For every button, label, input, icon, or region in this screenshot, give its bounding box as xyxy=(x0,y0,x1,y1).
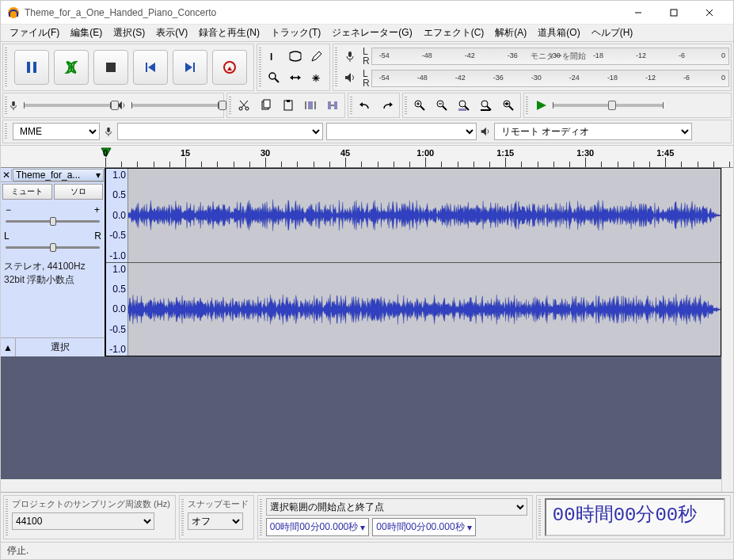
svg-marker-25 xyxy=(290,75,293,80)
trim-icon[interactable] xyxy=(300,95,321,116)
pan-slider[interactable] xyxy=(6,246,100,249)
play-at-speed-icon[interactable] xyxy=(531,95,551,116)
pan-r-label: R xyxy=(94,230,101,242)
tools-toolbar: I ✳ xyxy=(257,44,330,91)
rec-meter[interactable]: -54-48-42-36-30-18-12-60 モニターを開始 xyxy=(371,48,729,65)
speaker-meter-icon[interactable] xyxy=(340,67,360,88)
svg-rect-30 xyxy=(12,101,15,106)
svg-rect-14 xyxy=(193,63,195,72)
svg-marker-26 xyxy=(298,75,301,80)
selection-start-input[interactable]: 00時間00分00.000秒▾ xyxy=(266,518,369,536)
minimize-button[interactable] xyxy=(620,1,656,25)
selection-mode-select[interactable]: 選択範囲の開始点と終了点 xyxy=(266,498,527,516)
zoom-tool-icon[interactable] xyxy=(264,67,284,88)
project-rate-select[interactable]: 44100 xyxy=(12,512,154,530)
rec-volume-slider[interactable] xyxy=(24,104,111,107)
waveform-area[interactable]: 1.00.50.0-0.5-1.0 1.00.50.0-0.5-1.0 xyxy=(105,168,721,356)
zoom-fit-icon[interactable] xyxy=(476,95,496,116)
menu-tools[interactable]: 道具箱(O) xyxy=(532,24,585,42)
track-menu-button[interactable]: Theme_for_a...▾ xyxy=(13,169,104,181)
svg-rect-40 xyxy=(308,101,313,109)
multi-tool-icon[interactable]: ✳ xyxy=(306,67,327,88)
svg-marker-13 xyxy=(148,63,155,72)
skip-start-button[interactable] xyxy=(133,50,168,85)
audio-position-display[interactable]: 00時間00分00秒 xyxy=(545,498,725,536)
rec-meter-toolbar: LR -54-48-42-36-30-18-12-60 モニターを開始 LR -… xyxy=(333,44,732,91)
svg-marker-46 xyxy=(359,102,363,107)
menu-view[interactable]: 表示(V) xyxy=(150,24,193,42)
mic-icon xyxy=(103,126,114,137)
selection-end-input[interactable]: 00時間00分00.000秒▾ xyxy=(372,518,475,536)
svg-line-62 xyxy=(509,106,513,110)
silence-icon[interactable] xyxy=(322,95,343,116)
svg-marker-21 xyxy=(312,51,321,61)
pause-button[interactable] xyxy=(14,50,49,85)
track-close-button[interactable]: ✕ xyxy=(1,170,12,181)
track-select-button[interactable]: 選択 xyxy=(15,338,105,356)
draw-tool-icon[interactable] xyxy=(306,46,327,67)
svg-line-49 xyxy=(420,106,424,110)
edit-toolbar xyxy=(226,93,345,118)
v-scrollbar[interactable] xyxy=(721,168,733,492)
wave-scale-right: 1.00.50.0-0.5-1.0 xyxy=(106,263,128,356)
paste-icon[interactable] xyxy=(278,95,299,116)
stop-button[interactable] xyxy=(93,50,128,85)
playback-speed-slider[interactable] xyxy=(553,104,664,107)
redo-icon[interactable] xyxy=(377,95,397,116)
menu-edit[interactable]: 編集(E) xyxy=(65,24,108,42)
rec-channels-select[interactable] xyxy=(326,123,477,140)
menu-generate[interactable]: ジェネレーター(G) xyxy=(326,24,417,42)
timeline-ruler[interactable]: 01530451:001:151:301:45 xyxy=(1,146,733,168)
copy-icon[interactable] xyxy=(256,95,276,116)
play-button[interactable] xyxy=(54,50,89,85)
zoom-sel-icon[interactable] xyxy=(454,95,474,116)
play-meter[interactable]: -54-48-42-36-30-24-18-12-60 xyxy=(371,70,729,87)
zoom-in-icon[interactable] xyxy=(409,95,430,116)
menu-analyze[interactable]: 解析(A) xyxy=(489,24,532,42)
cut-icon[interactable] xyxy=(234,95,254,116)
svg-rect-1 xyxy=(9,13,10,17)
zoom-toggle-icon[interactable] xyxy=(498,95,519,116)
zoom-out-icon[interactable] xyxy=(432,95,452,116)
maximize-button[interactable] xyxy=(656,1,691,25)
host-api-select[interactable]: MME xyxy=(13,123,100,140)
menu-transport[interactable]: 録音と再生(N) xyxy=(193,24,265,42)
svg-marker-67 xyxy=(128,200,720,231)
tracks-area: ✕ Theme_for_a...▾ ミュート ソロ −+ LR xyxy=(1,168,721,479)
menu-select[interactable]: 選択(S) xyxy=(108,24,150,42)
svg-point-58 xyxy=(481,101,488,107)
svg-rect-39 xyxy=(287,100,290,102)
mic-meter-icon[interactable] xyxy=(340,46,360,67)
menu-tracks[interactable]: トラック(T) xyxy=(265,24,326,42)
toolbars: I ✳ LR -54-48-42-36-30-18-12-60 モニターを開始 xyxy=(1,42,733,146)
collapse-button[interactable]: ▲ xyxy=(1,342,15,353)
menu-bar: ファイル(F) 編集(E) 選択(S) 表示(V) 録音と再生(N) トラック(… xyxy=(1,25,733,42)
record-button[interactable] xyxy=(212,50,247,85)
audacity-logo-icon xyxy=(7,6,20,19)
svg-rect-2 xyxy=(17,13,18,17)
menu-help[interactable]: ヘルプ(H) xyxy=(586,24,639,42)
rec-device-select[interactable] xyxy=(117,123,323,140)
title-bar: Theme_for_a_One_Handed_Piano_Concerto xyxy=(1,1,733,25)
snap-label: スナップモード xyxy=(188,498,249,510)
svg-marker-29 xyxy=(345,73,351,82)
play-volume-slider[interactable] xyxy=(131,104,219,107)
svg-point-22 xyxy=(269,73,276,79)
menu-effect[interactable]: エフェクト(C) xyxy=(418,24,490,42)
mute-button[interactable]: ミュート xyxy=(2,184,52,200)
solo-button[interactable]: ソロ xyxy=(54,184,104,200)
menu-file[interactable]: ファイル(F) xyxy=(4,24,65,42)
play-device-select[interactable]: リモート オーディオ xyxy=(494,123,692,140)
timeshift-tool-icon[interactable] xyxy=(285,67,306,88)
snap-select[interactable]: オフ xyxy=(188,512,243,530)
skip-end-button[interactable] xyxy=(173,50,207,85)
envelope-tool-icon[interactable] xyxy=(285,46,306,67)
h-scrollbar[interactable] xyxy=(1,479,721,492)
svg-rect-4 xyxy=(671,10,677,16)
selection-tool-icon[interactable]: I xyxy=(264,46,284,67)
rec-meter-hint: モニターを開始 xyxy=(531,51,586,62)
gain-slider[interactable] xyxy=(6,220,100,223)
close-button[interactable] xyxy=(691,1,727,25)
undo-icon[interactable] xyxy=(355,95,375,116)
mixer-toolbar xyxy=(2,93,224,118)
